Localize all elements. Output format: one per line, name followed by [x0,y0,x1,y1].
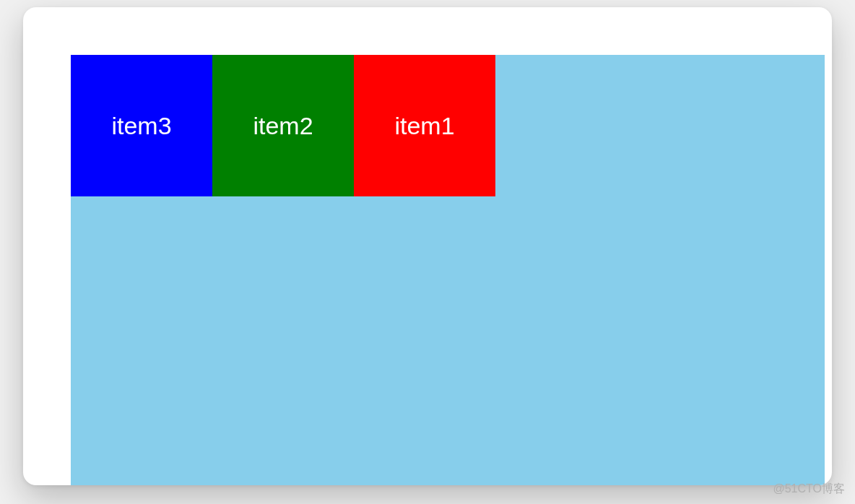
flex-item-1: item1 [354,55,495,196]
card-frame: item1 item2 item3 [23,7,832,485]
watermark-text: @51CTO博客 [773,482,845,497]
item-label-3: item3 [111,112,171,140]
flex-container: item1 item2 item3 [71,55,825,485]
flex-item-3: item3 [71,55,212,196]
flex-item-2: item2 [212,55,354,196]
item-label-1: item1 [394,112,454,140]
item-label-2: item2 [253,112,313,140]
